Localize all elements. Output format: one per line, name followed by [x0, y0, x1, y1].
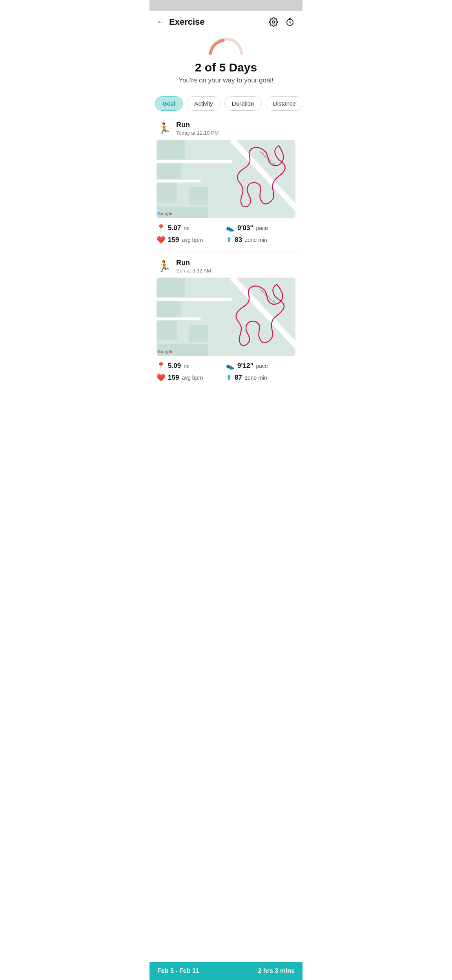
page-title: Exercise: [169, 17, 268, 27]
svg-rect-4: [157, 140, 185, 159]
stat-zone: ⬆ 83 zone min: [226, 236, 295, 244]
activity-header: 🏃 Run Today at 12:10 PM: [157, 121, 295, 136]
activity-header-2: 🏃 Run Sun at 9:32 AM: [157, 259, 295, 274]
stat-zone-2: ⬆ 87 zone min: [226, 373, 295, 382]
activity-info-2: Run Sun at 9:32 AM: [176, 259, 211, 274]
activity-time-2: Sun at 9:32 AM: [176, 268, 211, 274]
stat-distance-2: 📍 5.09 mi: [157, 362, 226, 370]
svg-rect-21: [189, 325, 208, 342]
tab-duration[interactable]: Duration: [224, 96, 262, 111]
status-bar: [149, 0, 303, 11]
run-icon-2: 🏃: [157, 259, 171, 274]
stats-grid-run2: 📍 5.09 mi 👟 9'12" pace ❤️ 159 avg bpm ⬆ …: [157, 362, 295, 382]
stat-distance: 📍 5.07 mi: [157, 224, 226, 232]
svg-point-0: [272, 21, 275, 23]
tab-goal[interactable]: Goal: [155, 96, 183, 111]
activity-card-run2[interactable]: 🏃 Run Sun at 9:32 AM: [149, 252, 303, 390]
svg-text:Google: Google: [157, 211, 172, 216]
map-run1[interactable]: Lakeshore Rd Google: [157, 140, 295, 218]
stat-heartrate-2: ❤️ 159 avg bpm: [157, 373, 226, 382]
activity-card-run1[interactable]: 🏃 Run Today at 12:10 PM: [149, 115, 303, 252]
activity-list: 🏃 Run Today at 12:10 PM: [149, 115, 303, 422]
svg-rect-9: [189, 207, 208, 218]
svg-rect-6: [157, 183, 177, 203]
run-icon: 🏃: [157, 121, 171, 136]
header: ← Exercise: [149, 11, 303, 33]
back-button[interactable]: ←: [157, 17, 165, 27]
activity-name-2: Run: [176, 259, 211, 267]
gear-icon[interactable]: [268, 16, 279, 27]
svg-rect-8: [189, 187, 208, 205]
stat-pace-2: 👟 9'12" pace: [226, 362, 295, 370]
tab-distance[interactable]: Distance: [266, 96, 303, 111]
svg-text:Google: Google: [157, 349, 172, 354]
stat-heartrate: ❤️ 159 avg bpm: [157, 236, 226, 244]
activity-time: Today at 12:10 PM: [176, 130, 219, 136]
stat-pace: 👟 9'03" pace: [226, 224, 295, 232]
svg-rect-17: [157, 278, 185, 297]
stats-grid-run1: 📍 5.07 mi 👟 9'03" pace ❤️ 159 avg bpm ⬆ …: [157, 224, 295, 244]
activity-name: Run: [176, 121, 219, 129]
svg-rect-19: [157, 321, 177, 340]
progress-subtitle: You're on your way to your goal!: [157, 77, 295, 84]
filter-tabs: Goal Activity Duration Distance Zone: [149, 92, 303, 115]
header-icons: [268, 16, 295, 27]
progress-section: 2 of 5 Days You're on your way to your g…: [149, 33, 303, 92]
svg-rect-22: [189, 344, 208, 356]
svg-rect-18: [157, 301, 181, 317]
activity-info: Run Today at 12:10 PM: [176, 121, 219, 136]
progress-days: 2 of 5 Days: [157, 61, 295, 74]
stopwatch-icon[interactable]: [284, 16, 295, 27]
map-run2[interactable]: Lakeshore Rd Google: [157, 278, 295, 356]
progress-arc: [208, 37, 244, 55]
svg-rect-5: [157, 163, 181, 179]
tab-activity[interactable]: Activity: [187, 96, 221, 111]
